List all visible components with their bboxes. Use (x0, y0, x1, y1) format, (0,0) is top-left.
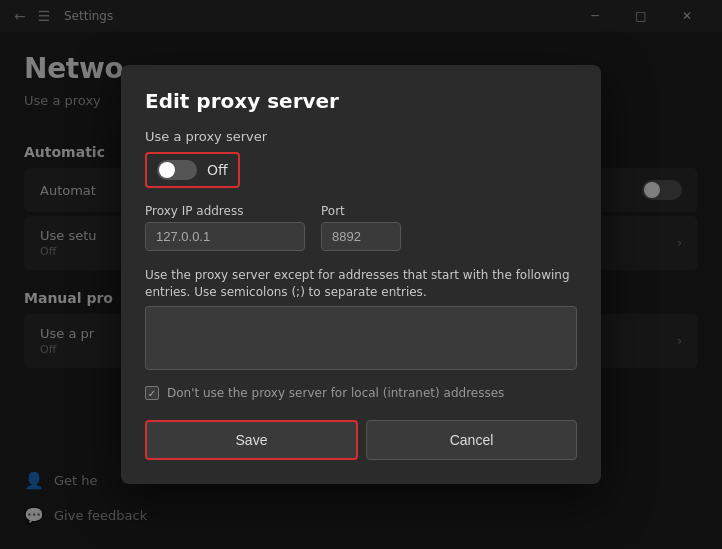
proxy-ip-label: Proxy IP address (145, 204, 305, 218)
local-intranet-checkbox-row[interactable]: Don't use the proxy server for local (in… (145, 386, 577, 400)
proxy-toggle-state-label: Off (207, 162, 228, 178)
proxy-use-toggle[interactable] (157, 160, 197, 180)
dialog-overlay: Edit proxy server Use a proxy server Off… (0, 0, 722, 549)
save-button[interactable]: Save (145, 420, 358, 460)
cancel-button[interactable]: Cancel (366, 420, 577, 460)
proxy-exceptions-textarea[interactable] (145, 306, 577, 370)
dialog-title: Edit proxy server (145, 89, 577, 113)
proxy-ip-group: Proxy IP address (145, 204, 305, 251)
local-intranet-label: Don't use the proxy server for local (in… (167, 386, 504, 400)
proxy-ip-input[interactable] (145, 222, 305, 251)
proxy-exceptions-label: Use the proxy server except for addresse… (145, 267, 577, 301)
local-intranet-checkbox[interactable] (145, 386, 159, 400)
proxy-port-group: Port (321, 204, 401, 251)
proxy-fields-row: Proxy IP address Port (145, 204, 577, 251)
proxy-toggle-section-label: Use a proxy server (145, 129, 577, 144)
edit-proxy-dialog: Edit proxy server Use a proxy server Off… (121, 65, 601, 485)
proxy-port-input[interactable] (321, 222, 401, 251)
proxy-toggle-row[interactable]: Off (145, 152, 240, 188)
dialog-buttons: Save Cancel (145, 420, 577, 460)
proxy-port-label: Port (321, 204, 401, 218)
